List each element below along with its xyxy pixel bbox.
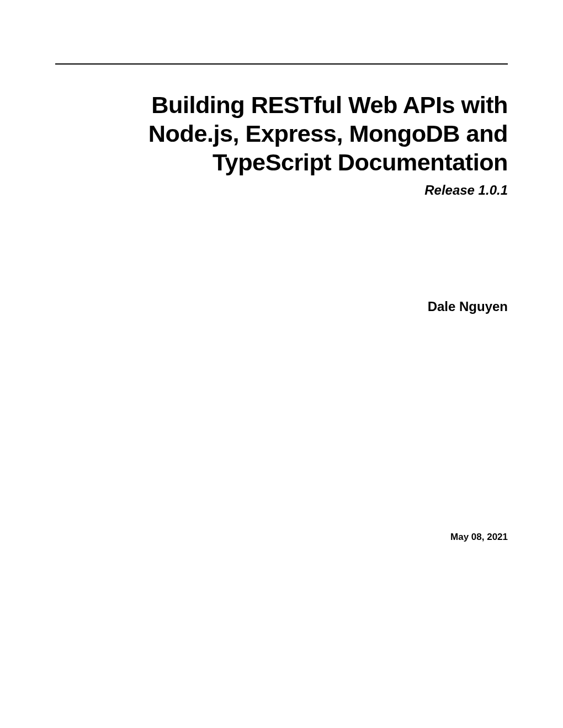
horizontal-rule — [55, 63, 508, 65]
author-name: Dale Nguyen — [428, 299, 508, 314]
document-title: Building RESTful Web APIs with Node.js, … — [55, 91, 508, 177]
document-page: Building RESTful Web APIs with Node.js, … — [0, 0, 563, 728]
release-label: Release 1.0.1 — [55, 183, 508, 198]
publication-date: May 08, 2021 — [450, 532, 508, 543]
